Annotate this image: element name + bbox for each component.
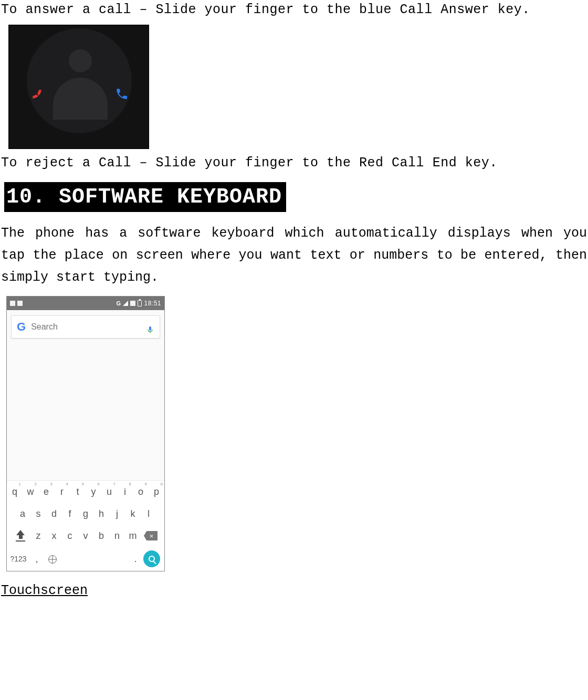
mic-icon[interactable]	[146, 322, 154, 332]
comma-key[interactable]: ,	[29, 554, 45, 565]
key-e[interactable]: e3	[38, 481, 54, 503]
instruction-reject-text: To reject a Call – Slide your finger to …	[1, 155, 588, 171]
network-badge: G	[116, 300, 121, 306]
key-j[interactable]: j	[109, 503, 125, 525]
section-heading: 10. SOFTWARE KEYBOARD	[4, 182, 286, 212]
key-d[interactable]: d	[46, 503, 62, 525]
caller-avatar	[27, 28, 132, 133]
key-g[interactable]: g	[78, 503, 93, 525]
key-k[interactable]: k	[125, 503, 141, 525]
key-x[interactable]: x	[46, 525, 62, 547]
search-icon	[149, 556, 155, 562]
call-answer-panel	[8, 25, 149, 149]
google-logo-icon: G	[17, 321, 26, 333]
key-p[interactable]: p0	[149, 481, 164, 503]
status-icon	[17, 301, 23, 306]
key-s[interactable]: s	[30, 503, 46, 525]
battery-icon	[138, 300, 142, 306]
period-key[interactable]: .	[128, 554, 143, 565]
software-keyboard-paragraph: The phone has a software keyboard which …	[1, 222, 587, 289]
key-l[interactable]: l	[141, 503, 156, 525]
search-key[interactable]	[143, 550, 160, 567]
key-b[interactable]: b	[93, 525, 109, 547]
key-t[interactable]: t5	[70, 481, 86, 503]
key-n[interactable]: n	[109, 525, 125, 547]
search-bar[interactable]: G	[11, 315, 160, 338]
globe-key[interactable]	[45, 551, 60, 567]
statusbar: G 18:51	[7, 296, 164, 310]
key-c[interactable]: c	[62, 525, 78, 547]
key-y[interactable]: y6	[86, 481, 101, 503]
key-v[interactable]: v	[78, 525, 93, 547]
key-r[interactable]: r4	[54, 481, 70, 503]
globe-icon	[48, 555, 57, 564]
hangup-icon[interactable]	[30, 87, 45, 102]
touchscreen-subheading: Touchscreen	[1, 583, 588, 598]
key-u[interactable]: u7	[101, 481, 117, 503]
search-input[interactable]	[31, 322, 141, 332]
key-w[interactable]: w2	[23, 481, 38, 503]
shift-key[interactable]	[10, 525, 30, 547]
status-icon	[10, 301, 15, 306]
answer-icon[interactable]	[115, 87, 129, 101]
key-m[interactable]: m	[125, 525, 141, 547]
signal-icon	[123, 301, 128, 306]
key-i[interactable]: i8	[117, 481, 133, 503]
key-z[interactable]: z	[30, 525, 46, 547]
key-h[interactable]: h	[93, 503, 109, 525]
key-o[interactable]: o9	[133, 481, 149, 503]
clock-text: 18:51	[144, 300, 161, 307]
backspace-key[interactable]	[141, 525, 161, 547]
instruction-answer-text: To answer a call – Slide your finger to …	[1, 2, 588, 17]
key-q[interactable]: q1	[7, 481, 23, 503]
status-icon	[130, 301, 135, 306]
symbols-key[interactable]: ?123	[8, 555, 29, 563]
phone-screenshot: G 18:51 G q1w2e3r4t5y6u7i8o9p0 asdfghjkl…	[6, 296, 165, 571]
software-keyboard: q1w2e3r4t5y6u7i8o9p0 asdfghjkl zxcvbnm ?…	[7, 480, 164, 571]
key-f[interactable]: f	[62, 503, 78, 525]
key-a[interactable]: a	[15, 503, 30, 525]
